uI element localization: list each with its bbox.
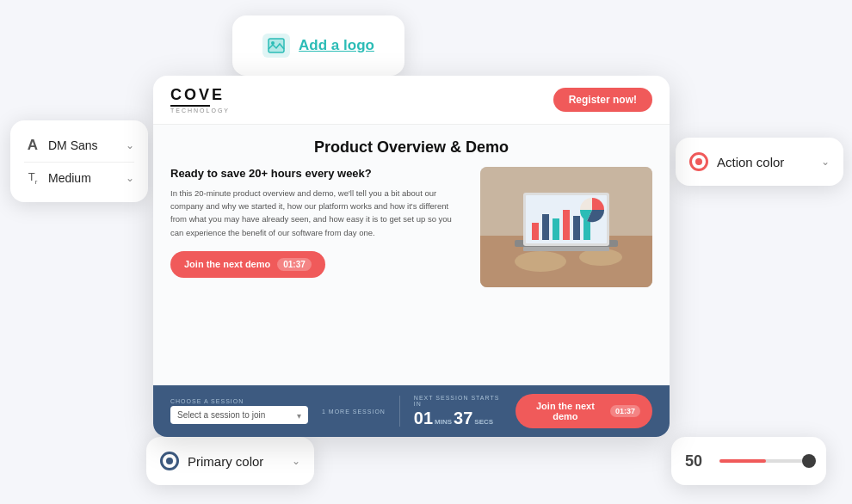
- register-button[interactable]: Register now!: [553, 88, 652, 112]
- card-text-section: Ready to save 20+ hours every week? In t…: [170, 167, 466, 287]
- svg-rect-8: [542, 214, 549, 240]
- weight-chevron: ⌄: [126, 172, 134, 184]
- footer-join-label: Join the next demo: [528, 401, 603, 421]
- font-panel: A DM Sans ⌄ Tr Medium ⌄: [10, 120, 148, 202]
- secs-unit: SECS: [474, 418, 493, 426]
- primary-color-label: Primary color: [188, 454, 283, 469]
- image-icon: [262, 34, 290, 58]
- svg-rect-7: [532, 223, 539, 240]
- card-footer: CHOOSE A SESSION Select a session to joi…: [153, 385, 670, 437]
- session-select-wrap[interactable]: Select a session to join: [170, 406, 308, 424]
- card-title: Product Overview & Demo: [170, 138, 652, 157]
- footer-countdown: NEXT SESSION STARTS IN 01 MINS 37 SECS: [414, 395, 502, 428]
- action-color-chevron: ⌄: [821, 156, 830, 168]
- brand-name: COVE: [170, 86, 230, 104]
- footer-join-button[interactable]: Join the next demo 01:37: [516, 394, 652, 428]
- session-select[interactable]: Select a session to join: [170, 406, 308, 424]
- card-content: Ready to save 20+ hours every week? In t…: [170, 167, 652, 287]
- card-header: COVE TECHNOLOGY Register now!: [153, 76, 670, 125]
- secs-num: 37: [454, 409, 472, 428]
- footer-divider: [399, 396, 400, 427]
- font-family-label: DM Sans: [48, 138, 119, 152]
- slider-thumb[interactable]: [802, 454, 816, 468]
- session-more-label: 1 MORE SESSION: [322, 409, 386, 415]
- action-color-label: Action color: [717, 155, 812, 169]
- add-logo-link[interactable]: Add a logo: [299, 37, 374, 54]
- primary-color-inner: [166, 458, 173, 464]
- card-heading: Ready to save 20+ hours every week?: [170, 167, 466, 180]
- footer-join-timer: 01:37: [610, 405, 640, 417]
- svg-rect-10: [563, 210, 570, 240]
- mins-num: 01: [414, 409, 433, 428]
- session-label: CHOOSE A SESSION: [170, 398, 308, 404]
- join-btn-timer: 01:37: [277, 258, 312, 271]
- join-button[interactable]: Join the next demo 01:37: [170, 251, 325, 278]
- font-weight-label: Medium: [48, 171, 119, 185]
- action-color-inner: [695, 158, 702, 165]
- brand-logo: COVE TECHNOLOGY: [170, 86, 230, 114]
- svg-point-14: [515, 251, 566, 272]
- action-color-panel[interactable]: Action color ⌄: [676, 138, 843, 186]
- svg-rect-11: [573, 216, 580, 240]
- font-weight-selector[interactable]: Tr Medium ⌄: [24, 166, 134, 190]
- font-divider: [24, 162, 134, 163]
- svg-rect-9: [553, 218, 559, 240]
- card-body: Product Overview & Demo Ready to save 20…: [153, 125, 670, 385]
- primary-color-panel[interactable]: Primary color ⌄: [146, 437, 314, 485]
- card-image: [480, 167, 652, 287]
- add-logo-panel[interactable]: Add a logo: [232, 15, 404, 76]
- mins-unit: MINS: [435, 418, 452, 426]
- join-btn-label: Join the next demo: [184, 259, 270, 269]
- font-chevron: ⌄: [126, 139, 134, 151]
- weight-icon: Tr: [24, 170, 41, 186]
- brand-sub: TECHNOLOGY: [170, 108, 230, 114]
- slider-panel: 50: [671, 437, 826, 485]
- font-icon: A: [24, 137, 41, 154]
- countdown-time: 01 MINS 37 SECS: [414, 409, 502, 428]
- brand-underline: [170, 105, 210, 107]
- slider-value: 50: [685, 452, 709, 470]
- primary-color-chevron: ⌄: [292, 455, 300, 467]
- action-color-dot: [689, 152, 708, 171]
- font-family-selector[interactable]: A DM Sans ⌄: [24, 132, 134, 158]
- card-description: In this 20-minute product overview and d…: [170, 187, 466, 239]
- footer-session: CHOOSE A SESSION Select a session to joi…: [170, 398, 308, 424]
- webinar-card: COVE TECHNOLOGY Register now! Product Ov…: [153, 76, 670, 437]
- slider-track[interactable]: [719, 459, 812, 463]
- primary-color-dot: [160, 452, 179, 470]
- countdown-label: NEXT SESSION STARTS IN: [414, 395, 502, 407]
- svg-rect-16: [523, 247, 609, 251]
- slider-fill: [719, 459, 766, 463]
